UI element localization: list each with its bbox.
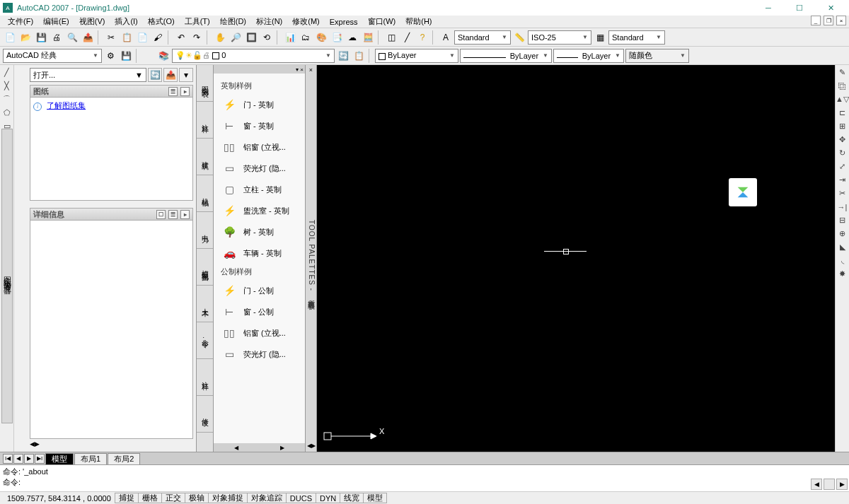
details-hdr-btn2[interactable]: ☰: [168, 210, 178, 219]
snap-toggle[interactable]: 捕捉: [115, 493, 139, 503]
minimize-button[interactable]: ─: [753, 0, 784, 16]
new-icon[interactable]: 📄: [3, 30, 17, 45]
break-tool-icon[interactable]: ⊟: [836, 214, 848, 226]
help-icon[interactable]: ?: [415, 30, 429, 45]
zoom-realtime-icon[interactable]: 🔎: [229, 30, 243, 45]
line-tool-icon[interactable]: ╱: [1, 66, 13, 78]
publish-icon[interactable]: 📤: [81, 30, 95, 45]
sheets-hdr-btn2[interactable]: ▸: [180, 87, 190, 96]
calc-icon[interactable]: 🧮: [361, 30, 375, 45]
mdi-minimize[interactable]: _: [811, 16, 821, 25]
copy-tool-icon[interactable]: ⿻: [836, 80, 848, 92]
menu-modify[interactable]: 修改(M): [287, 16, 325, 27]
match-icon[interactable]: 🖌: [151, 30, 165, 45]
dimstyle-icon[interactable]: 📏: [512, 30, 526, 45]
toolpalettes-icon[interactable]: 🎨: [314, 30, 328, 45]
mid-tab-7[interactable]: 命令...: [197, 322, 213, 359]
sheetset-btn1-icon[interactable]: 🔄: [148, 68, 162, 82]
palette-item-aluminum-metric[interactable]: ▯▯铝窗 (立视...: [216, 322, 302, 344]
menu-window[interactable]: 窗口(W): [363, 16, 401, 27]
workspace-save-icon[interactable]: 💾: [119, 49, 133, 63]
ortho-toggle[interactable]: 正交: [161, 493, 185, 503]
maximize-button[interactable]: ☐: [784, 0, 815, 16]
color-combo[interactable]: ByLayer▼: [375, 49, 458, 63]
scale-tool-icon[interactable]: ⤢: [836, 160, 848, 172]
tablestyle-combo[interactable]: Standard▼: [608, 30, 665, 45]
palette-close-icon[interactable]: ×: [309, 66, 313, 74]
menu-help[interactable]: 帮助(H): [400, 16, 437, 27]
sheetset-icon[interactable]: 📑: [330, 30, 344, 45]
otrack-toggle[interactable]: 对象追踪: [247, 493, 287, 503]
sheetset-btn2-icon[interactable]: 📤: [163, 68, 178, 82]
dimstyle-combo[interactable]: ISO-25▼: [528, 30, 591, 45]
learn-sheetset-link[interactable]: 了解图纸集: [47, 101, 86, 110]
sheetset-handle[interactable]: 图纸集管理器: [1, 129, 13, 423]
menu-draw[interactable]: 绘图(D): [215, 16, 251, 27]
mid-tab-9[interactable]: 修改: [197, 396, 213, 433]
copy-icon[interactable]: 📋: [120, 30, 134, 45]
open-icon[interactable]: 📂: [18, 30, 33, 45]
command-input[interactable]: 命令:: [3, 477, 807, 488]
palette-prev-icon[interactable]: ◀: [234, 445, 238, 451]
layer-states-icon[interactable]: 📋: [352, 49, 366, 63]
tab-layout1[interactable]: 布局1: [74, 453, 107, 464]
extend-tool-icon[interactable]: →|: [836, 201, 848, 213]
markup-icon[interactable]: ☁: [345, 30, 359, 45]
erase-tool-icon[interactable]: ✎: [836, 66, 848, 78]
menu-file[interactable]: 文件(F): [3, 16, 38, 27]
layer-combo[interactable]: 💡☀🔓🖨 0 ▼: [172, 49, 335, 63]
cmd-scroll-track[interactable]: [824, 479, 835, 490]
pan-icon[interactable]: ✋: [213, 30, 227, 45]
cmd-scroll-right-icon[interactable]: ▶: [836, 479, 848, 490]
tablestyle-icon[interactable]: ▦: [593, 30, 607, 45]
coord-display[interactable]: 1509.7577, 584.3114 , 0.0000: [3, 494, 115, 503]
trim-tool-icon[interactable]: ✂: [836, 187, 848, 199]
tab-next-icon[interactable]: ▶: [24, 454, 34, 464]
palette-item-lavatory[interactable]: ⚡盥洗室 - 英制: [216, 200, 302, 221]
sheets-hdr-btn1[interactable]: ☰: [168, 87, 178, 96]
menu-insert[interactable]: 插入(I): [110, 16, 142, 27]
palette-item-window-imperial[interactable]: ⊢窗 - 英制: [216, 115, 302, 136]
tab-model[interactable]: 模型: [45, 453, 74, 464]
lwt-toggle[interactable]: 线宽: [340, 493, 364, 503]
osnap-toggle[interactable]: 对象捕捉: [208, 493, 248, 503]
explode-tool-icon[interactable]: ✸: [836, 268, 848, 280]
textstyle-combo[interactable]: Standard▼: [454, 30, 511, 45]
pline-tool-icon[interactable]: ⌒: [1, 93, 13, 105]
plotcolor-combo[interactable]: 随颜色▼: [625, 49, 689, 63]
properties-icon[interactable]: 📊: [283, 30, 297, 45]
sheetset-btn3-icon[interactable]: ▾: [179, 68, 193, 82]
palette-autohide-icon[interactable]: ◀▶: [307, 443, 316, 449]
join-tool-icon[interactable]: ⊕: [836, 228, 848, 240]
move-tool-icon[interactable]: ✥: [836, 134, 848, 146]
mirror-tool-icon[interactable]: ▲▽: [836, 93, 848, 105]
palette-item-fluorescent[interactable]: ▭荧光灯 (隐...: [216, 158, 302, 179]
mdi-restore[interactable]: ❐: [824, 16, 833, 25]
details-hdr-btn3[interactable]: ▸: [180, 210, 190, 219]
mid-tab-6[interactable]: 土木: [197, 286, 213, 322]
rotate-tool-icon[interactable]: ↻: [836, 147, 848, 159]
dyn-toggle[interactable]: DYN: [316, 493, 340, 503]
block-icon[interactable]: ◫: [384, 30, 398, 45]
palette-item-vehicle[interactable]: 🚗车辆 - 英制: [216, 242, 302, 264]
menu-format[interactable]: 格式(O): [143, 16, 180, 27]
xline-tool-icon[interactable]: ╳: [1, 80, 13, 92]
polar-toggle[interactable]: 极轴: [185, 493, 209, 503]
designcenter-icon[interactable]: 🗂: [299, 30, 313, 45]
tab-last-icon[interactable]: ▶I: [35, 454, 45, 464]
menu-express[interactable]: Express: [325, 18, 363, 26]
undo-icon[interactable]: ↶: [174, 30, 188, 45]
drawing-canvas[interactable]: X: [317, 65, 835, 452]
chamfer-tool-icon[interactable]: ◣: [836, 241, 848, 253]
plot-icon[interactable]: 🖨: [50, 30, 64, 45]
tab-prev-icon[interactable]: ◀: [13, 454, 23, 464]
palette-opts-icon[interactable]: ▾ ×: [296, 66, 304, 73]
mid-tab-0[interactable]: 图纸列表: [197, 65, 213, 102]
palette-item-window-metric[interactable]: ⊢窗 - 公制: [216, 301, 302, 322]
sheetset-open-combo[interactable]: 打开...▼: [30, 68, 146, 82]
layer-manager-icon[interactable]: 📚: [156, 49, 171, 63]
mid-tab-1[interactable]: 注释: [197, 102, 213, 139]
menu-tools[interactable]: 工具(T): [180, 16, 215, 27]
workspace-combo[interactable]: AutoCAD 经典▼: [3, 49, 102, 63]
palette-item-column[interactable]: ▢立柱 - 英制: [216, 179, 302, 200]
